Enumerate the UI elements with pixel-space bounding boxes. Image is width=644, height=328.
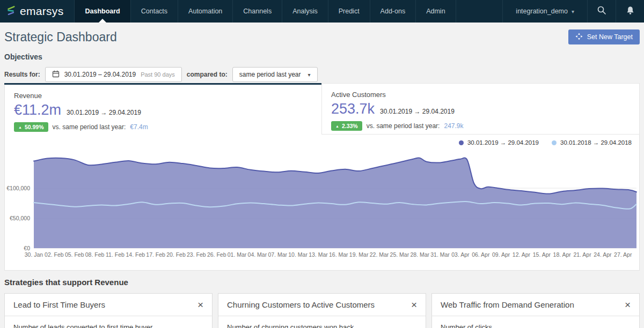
x-axis-tick-label: 12. Apr bbox=[513, 251, 531, 258]
metric-value: 253.7k bbox=[331, 101, 375, 117]
legend-dot-icon bbox=[552, 140, 557, 145]
nav-item-automation[interactable]: Automation bbox=[178, 0, 232, 23]
nav-item-admin[interactable]: Admin bbox=[415, 0, 456, 23]
vs-value: 247.9k bbox=[444, 122, 463, 130]
nav-item-dashboard[interactable]: Dashboard bbox=[74, 0, 130, 23]
brand-logo[interactable]: emarsys bbox=[0, 0, 74, 23]
chevron-down-icon: ▾ bbox=[308, 72, 311, 78]
x-axis-tick-label: 02. Feb bbox=[45, 251, 64, 258]
x-axis-tick-label: 15. Apr bbox=[533, 251, 551, 258]
y-axis-tick-label: €0 bbox=[24, 245, 30, 251]
strategies-heading: Strategies that support Revenue bbox=[4, 278, 128, 287]
x-axis-tick-label: 21. Apr bbox=[573, 251, 591, 258]
delta-badge: ▲ 2.33% bbox=[331, 121, 362, 131]
x-axis-tick-label: 05. Feb bbox=[65, 251, 84, 258]
close-icon[interactable]: × bbox=[197, 300, 203, 310]
x-axis-tick-label: 11. Feb bbox=[106, 251, 125, 258]
vs-label: vs. same period last year: bbox=[367, 122, 440, 130]
emarsys-logo-icon bbox=[6, 5, 16, 18]
x-axis-tick-label: 25. Mar bbox=[390, 251, 409, 258]
set-new-target-button[interactable]: Set New Target bbox=[568, 29, 640, 44]
x-axis-tick-label: 06. Apr bbox=[472, 251, 490, 258]
x-axis-tick-label: 09. Apr bbox=[492, 251, 510, 258]
x-axis-tick-label: 04. Mar bbox=[248, 251, 267, 258]
notifications-button[interactable] bbox=[616, 0, 644, 23]
x-axis-tick-label: 07. Mar bbox=[268, 251, 287, 258]
date-range-value: 30.01.2019 – 29.04.2019 bbox=[64, 71, 136, 78]
metric-value: €11.2m bbox=[14, 102, 61, 118]
metric-title: Active Customers bbox=[331, 91, 630, 99]
set-new-target-label: Set New Target bbox=[587, 33, 633, 41]
results-for-label: Results for: bbox=[4, 71, 40, 78]
nav-item-predict[interactable]: Predict bbox=[328, 0, 370, 23]
legend-dot-icon bbox=[459, 140, 464, 145]
date-range-hint: Past 90 days bbox=[141, 71, 175, 78]
search-icon bbox=[597, 5, 606, 17]
x-axis-tick-label: 26. Feb bbox=[207, 251, 226, 258]
strategy-description: Number of clicks bbox=[432, 316, 639, 328]
x-axis-tick-label: 19. Mar bbox=[349, 251, 369, 258]
metric-active-customers-tab[interactable]: Active Customers 253.7k 30.01.2019 → 29.… bbox=[321, 83, 640, 135]
legend-item[interactable]: 30.01.2019 → 29.04.2019 bbox=[459, 139, 539, 146]
metric-revenue-tab[interactable]: Revenue €11.2m 30.01.2019 → 29.04.2019 ▲… bbox=[5, 85, 305, 139]
y-axis-tick-label: €50,000 bbox=[10, 215, 30, 221]
arrow-up-icon: ▲ bbox=[335, 124, 339, 128]
x-axis-tick-label: 31. Mar bbox=[430, 251, 450, 258]
x-axis-tick-label: 24. Apr bbox=[594, 251, 612, 258]
bell-icon bbox=[626, 6, 635, 17]
strategy-title: Web Traffic from Demand Generation bbox=[441, 300, 574, 309]
x-axis-tick-label: 28. Mar bbox=[410, 251, 429, 258]
strategy-description: Number of leads converted to first time … bbox=[5, 316, 212, 328]
calendar-icon bbox=[52, 70, 60, 79]
strategy-card: Lead to First Time Buyers × Number of le… bbox=[4, 293, 213, 328]
nav-tabs: DashboardContactsAutomationChannelsAnaly… bbox=[74, 0, 456, 23]
x-axis-tick-label: 30. Jan bbox=[25, 251, 43, 258]
nav-right: integration_demo ▾ bbox=[502, 0, 644, 23]
nav-item-contacts[interactable]: Contacts bbox=[130, 0, 178, 23]
compare-period-value: same period last year bbox=[239, 71, 301, 78]
legend-label: 30.01.2018 → 29.04.2018 bbox=[560, 139, 632, 146]
strategy-title: Lead to First Time Buyers bbox=[13, 300, 105, 309]
x-axis-tick-label: 16. Mar bbox=[329, 251, 348, 258]
x-axis-tick-label: 20. Feb bbox=[166, 251, 186, 258]
brand-wordmark: emarsys bbox=[20, 5, 63, 18]
legend-label: 30.01.2019 → 29.04.2019 bbox=[467, 139, 539, 146]
metric-range: 30.01.2019 → 29.04.2019 bbox=[67, 109, 141, 116]
strategy-card: Web Traffic from Demand Generation × Num… bbox=[431, 293, 640, 328]
x-axis-tick-label: 14. Feb bbox=[126, 251, 145, 258]
close-icon[interactable]: × bbox=[625, 300, 631, 310]
chevron-down-icon: ▾ bbox=[572, 9, 574, 14]
nav-item-channels[interactable]: Channels bbox=[232, 0, 282, 23]
compare-period-select[interactable]: same period last year ▾ bbox=[232, 67, 318, 82]
x-axis-tick-label: 22. Mar bbox=[370, 251, 389, 258]
x-axis-tick-label: 23. Feb bbox=[187, 251, 206, 258]
compared-to-label: compared to: bbox=[187, 71, 228, 78]
chart-legend: 30.01.2019 → 29.04.201930.01.2018 → 29.0… bbox=[459, 139, 632, 146]
metric-range: 30.01.2019 → 29.04.2019 bbox=[380, 108, 455, 115]
legend-item[interactable]: 30.01.2018 → 29.04.2018 bbox=[552, 139, 632, 146]
top-nav: emarsys DashboardContactsAutomationChann… bbox=[0, 0, 644, 23]
date-range-picker[interactable]: 30.01.2019 – 29.04.2019 Past 90 days bbox=[45, 67, 182, 82]
y-axis-tick-label: €100,000 bbox=[6, 185, 30, 191]
arrow-up-icon: ▲ bbox=[18, 125, 22, 129]
strategy-cards: Lead to First Time Buyers × Number of le… bbox=[4, 293, 640, 328]
x-axis-tick-label: 08. Feb bbox=[85, 251, 105, 258]
nav-item-add-ons[interactable]: Add-ons bbox=[370, 0, 416, 23]
x-axis-tick-label: 10. Mar bbox=[288, 251, 308, 258]
x-axis-tick-label: 27. Apr bbox=[614, 251, 632, 258]
x-axis-tick-label: 18. Apr bbox=[553, 251, 572, 258]
target-icon bbox=[575, 33, 583, 42]
nav-item-analysis[interactable]: Analysis bbox=[282, 0, 328, 23]
revenue-area-chart: €0€50,000€100,00030. Jan02. Feb05. Feb08… bbox=[5, 147, 639, 269]
x-axis-tick-label: 13. Mar bbox=[309, 251, 328, 258]
delta-value: 50.99% bbox=[25, 124, 44, 130]
close-icon[interactable]: × bbox=[411, 300, 417, 310]
strategy-description: Number of churning customers won back bbox=[218, 316, 426, 328]
x-axis-tick-label: 03. Apr bbox=[451, 251, 470, 258]
page-title: Strategic Dashboard bbox=[4, 30, 117, 44]
objectives-heading: Objectives bbox=[4, 53, 640, 61]
x-axis-tick-label: 01. Mar bbox=[228, 251, 247, 258]
search-button[interactable] bbox=[587, 0, 616, 23]
account-menu[interactable]: integration_demo ▾ bbox=[502, 0, 587, 23]
vs-label: vs. same period last year: bbox=[53, 123, 126, 131]
